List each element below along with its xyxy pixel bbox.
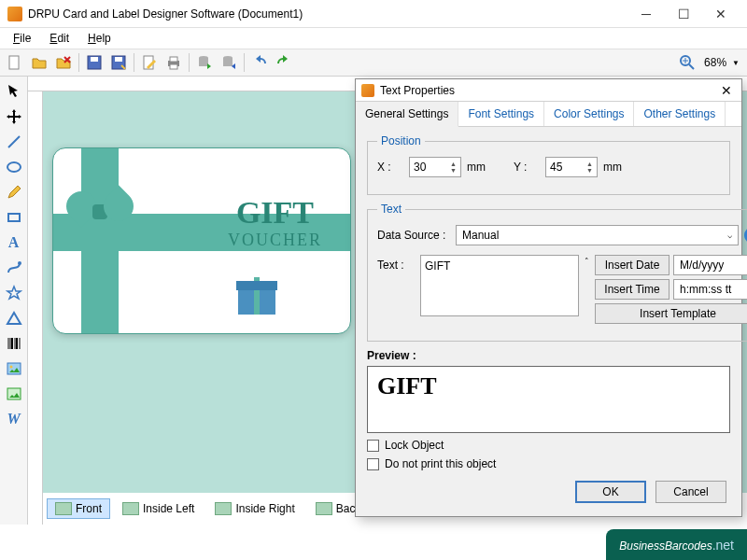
maximize-button[interactable]: ☐ [665, 1, 702, 27]
ribbon-bow [66, 186, 134, 242]
window-title: DRPU Card and Label Designer Software (D… [28, 7, 627, 21]
menu-bar: File Edit Help [0, 28, 747, 49]
move-tool[interactable] [3, 105, 25, 128]
database-export-button[interactable] [193, 51, 216, 74]
page-tab-inside-left[interactable]: Inside Left [114, 498, 203, 519]
triangle-tool[interactable] [3, 307, 25, 329]
window-titlebar: DRPU Card and Label Designer Software (D… [0, 0, 747, 28]
close-doc-button[interactable] [52, 51, 75, 74]
app-icon [7, 7, 22, 21]
svg-point-15 [7, 162, 21, 172]
tab-color-settings[interactable]: Color Settings [544, 102, 634, 126]
tab-general-settings[interactable]: General Settings [356, 102, 458, 127]
spinner-icon[interactable]: ▲▼ [586, 161, 593, 174]
vertical-ruler [28, 91, 43, 525]
spinner-icon[interactable]: ▲▼ [450, 161, 457, 174]
insert-time-button[interactable]: Insert Time [595, 279, 669, 300]
ellipse-tool[interactable] [3, 156, 25, 178]
svg-rect-24 [7, 363, 21, 374]
page-tab-inside-right[interactable]: Inside Right [206, 498, 303, 519]
data-source-label: Data Source : [377, 229, 450, 242]
svg-rect-12 [223, 58, 233, 66]
pencil-tool[interactable] [3, 181, 25, 203]
tab-font-settings[interactable]: Font Settings [458, 102, 544, 126]
image-tool[interactable] [3, 357, 25, 380]
menu-file[interactable]: File [6, 30, 38, 47]
dialog-close-button[interactable]: ✕ [717, 83, 736, 98]
page-tab-front[interactable]: Front [47, 498, 110, 519]
close-button[interactable]: ✕ [702, 1, 740, 27]
wordart-tool[interactable]: W [3, 408, 25, 430]
edit-button[interactable] [138, 51, 161, 74]
menu-help[interactable]: Help [80, 30, 119, 47]
watermark: BusinessBarcodes.net [606, 529, 747, 560]
do-not-print-checkbox[interactable] [367, 458, 379, 470]
text-legend: Text [377, 203, 405, 216]
gift-card[interactable]: GIFT VOUCHER [52, 147, 351, 334]
x-unit: mm [467, 161, 486, 174]
zoom-control: 68% ▼ [676, 51, 743, 74]
zoom-in-button[interactable] [676, 51, 698, 74]
x-input[interactable]: 30▲▼ [409, 157, 461, 177]
text-label: Text : [377, 255, 415, 272]
svg-rect-2 [91, 57, 98, 62]
cancel-button[interactable]: Cancel [655, 481, 726, 503]
svg-line-14 [8, 136, 20, 147]
chevron-down-icon: ⌵ [727, 231, 732, 240]
lock-object-checkbox[interactable] [367, 440, 379, 452]
picture-tool[interactable] [3, 383, 25, 405]
dialog-icon [361, 84, 374, 97]
zoom-value[interactable]: 68% [700, 56, 730, 69]
dialog-tabs: General Settings Font Settings Color Set… [356, 102, 741, 127]
side-toolbar: A W [0, 77, 28, 525]
dialog-titlebar[interactable]: Text Properties ✕ [356, 79, 741, 102]
line-tool[interactable] [3, 131, 25, 153]
preview-text: GIFT [377, 372, 720, 400]
page-tabs: Front Inside Left Inside Right Back [43, 493, 373, 525]
svg-rect-8 [170, 64, 177, 69]
pointer-tool[interactable] [3, 80, 25, 103]
rectangle-tool[interactable] [3, 206, 25, 229]
barcode-tool[interactable] [3, 332, 25, 355]
insert-date-button[interactable]: Insert Date [595, 255, 669, 275]
dialog-buttons: OK Cancel [575, 481, 726, 503]
time-format-select[interactable]: h:mm:ss tt⌵ [673, 279, 747, 300]
position-legend: Position [377, 134, 425, 147]
curve-tool[interactable] [3, 257, 25, 279]
svg-rect-0 [9, 56, 19, 69]
menu-edit[interactable]: Edit [42, 30, 77, 47]
svg-point-17 [18, 261, 21, 265]
redo-button[interactable] [273, 51, 295, 74]
card-text-block[interactable]: GIFT VOUCHER [228, 195, 322, 250]
star-tool[interactable] [3, 282, 25, 304]
text-group: Text Data Source : Manual⌵ ? Text : GIFT… [367, 203, 747, 342]
page-icon [215, 502, 232, 515]
ok-button[interactable]: OK [575, 481, 646, 503]
text-tool[interactable]: A [3, 231, 25, 254]
print-button[interactable] [162, 51, 185, 74]
open-button[interactable] [28, 51, 50, 74]
text-input[interactable]: GIFT [420, 255, 579, 316]
save-as-button[interactable] [107, 51, 130, 74]
dialog-title: Text Properties [380, 84, 455, 97]
tab-other-settings[interactable]: Other Settings [634, 102, 726, 126]
minimize-button[interactable]: ─ [627, 1, 665, 27]
date-format-select[interactable]: M/d/yyyy⌵ [673, 255, 747, 275]
gift-text: GIFT [228, 195, 322, 231]
zoom-dropdown-icon[interactable]: ▼ [732, 59, 740, 67]
page-icon [316, 502, 332, 515]
new-doc-button[interactable] [4, 51, 26, 74]
giftbox-graphic[interactable] [238, 277, 275, 315]
do-not-print-label: Do not print this object [385, 457, 496, 470]
page-icon [122, 502, 139, 515]
insert-template-button[interactable]: Insert Template [595, 303, 747, 324]
save-button[interactable] [83, 51, 106, 74]
undo-button[interactable] [248, 51, 271, 74]
preview-box: GIFT [367, 366, 730, 433]
y-input[interactable]: 45▲▼ [545, 157, 598, 177]
data-source-select[interactable]: Manual⌵ [456, 225, 739, 245]
preview-label: Preview : [367, 349, 730, 362]
database-import-button[interactable] [218, 51, 240, 74]
svg-rect-16 [8, 214, 20, 221]
scroll-up-icon[interactable]: ˄ [585, 255, 589, 266]
